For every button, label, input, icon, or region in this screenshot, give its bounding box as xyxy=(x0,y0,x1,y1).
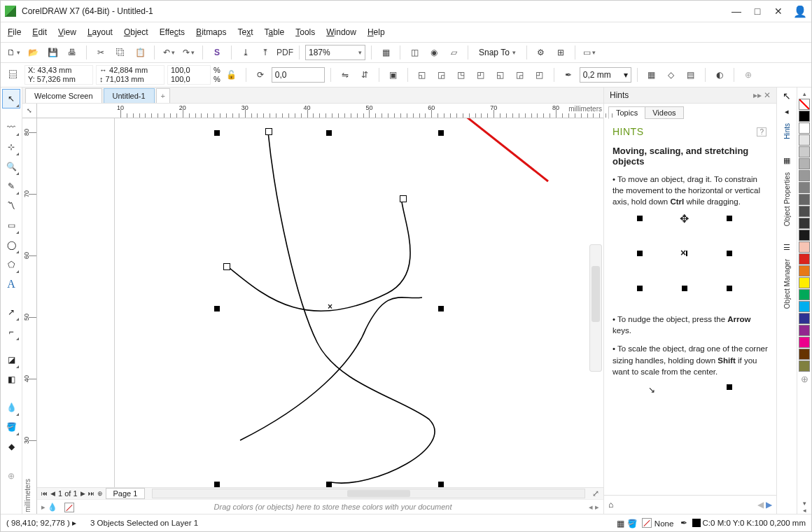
minimize-button[interactable]: — xyxy=(726,4,747,19)
color-eyedropper-tool[interactable]: 💧 xyxy=(3,398,20,416)
selection-handle-s[interactable] xyxy=(326,482,332,487)
docker-close-icon[interactable]: ✕ xyxy=(764,90,771,100)
palette-swatch[interactable] xyxy=(799,301,810,312)
rotation-input[interactable]: 0,0 xyxy=(272,67,325,83)
close-button[interactable]: ✕ xyxy=(768,4,789,19)
add-page-button[interactable]: ⊕ xyxy=(97,490,103,497)
object-size[interactable]: ↔ 42,884 mm ↕ 71,013 mm xyxy=(96,65,164,85)
palette-add-icon[interactable]: ⊕ xyxy=(801,374,808,384)
palette-swatch[interactable] xyxy=(799,146,810,158)
menu-view[interactable]: View xyxy=(58,27,76,37)
hints-home-icon[interactable]: ⌂ xyxy=(608,500,613,510)
front-minus-back-icon[interactable]: ◱ xyxy=(492,67,509,83)
interactive-fill-tool[interactable]: 🪣 xyxy=(3,418,20,436)
last-page-button[interactable]: ⏭ xyxy=(88,490,94,497)
intersect-icon[interactable]: ◳ xyxy=(453,67,470,83)
palette-swatch[interactable] xyxy=(799,218,810,229)
boundary-icon[interactable]: ◰ xyxy=(531,67,548,83)
palette-scroll-down[interactable]: ▾ xyxy=(803,500,806,507)
zoom-tool[interactable]: 🔍 xyxy=(3,158,20,176)
document-palette[interactable]: ▸ 💧 Drag colors (or objects) here to sto… xyxy=(37,499,603,514)
palette-swatch[interactable] xyxy=(799,349,810,360)
fill-indicator[interactable]: ▦ 🪣 None xyxy=(617,518,673,528)
save-icon[interactable]: 💾 xyxy=(44,45,61,60)
edit-fill-icon[interactable]: ◐ xyxy=(711,67,728,83)
selection-handle-nw[interactable] xyxy=(214,130,220,136)
palette-swatch[interactable] xyxy=(799,241,810,253)
hints-help-icon[interactable]: ? xyxy=(757,127,766,136)
publish-pdf-icon[interactable]: PDF xyxy=(276,45,293,60)
palette-swatch[interactable] xyxy=(799,325,810,336)
fullscreen-preview-icon[interactable]: ▦ xyxy=(377,45,394,60)
crop-tool[interactable]: ⊹ xyxy=(3,138,20,156)
selection-handle-n[interactable] xyxy=(326,130,332,136)
to-front-icon[interactable]: ▣ xyxy=(385,67,402,83)
zoom-level-input[interactable]: 187%▾ xyxy=(305,45,365,60)
outline-indicator[interactable]: ✒ C:0 M:0 Y:0 K:100 0,200 mm xyxy=(680,518,806,528)
menu-effects[interactable]: Effects xyxy=(160,27,185,37)
shape-tool[interactable]: 〰 xyxy=(3,118,20,136)
text-tool[interactable]: A xyxy=(3,275,20,293)
menu-table[interactable]: Table xyxy=(265,27,285,37)
palette-swatch[interactable] xyxy=(799,111,810,122)
palette-swatch[interactable] xyxy=(799,170,810,181)
ruler-origin[interactable]: ⤡ xyxy=(22,104,37,118)
menu-help[interactable]: Help xyxy=(368,27,385,37)
trim-icon[interactable]: ◲ xyxy=(433,67,450,83)
tab-welcome[interactable]: Welcome Screen xyxy=(25,88,102,103)
weld-icon[interactable]: ◱ xyxy=(414,67,430,83)
object-origin-icon[interactable]: ⿳ xyxy=(5,67,22,83)
freehand-tool[interactable]: ✎ xyxy=(3,177,20,195)
open-icon[interactable]: 📂 xyxy=(24,45,41,60)
first-page-button[interactable]: ⏮ xyxy=(41,490,48,497)
menu-bitmaps[interactable]: Bitmaps xyxy=(196,27,226,37)
palette-swatch[interactable] xyxy=(799,289,810,300)
show-rulers-icon[interactable]: ◫ xyxy=(406,45,423,60)
pick-tool[interactable]: ↖ xyxy=(2,89,20,108)
pick-pointer-icon[interactable]: ↖ xyxy=(783,90,791,102)
hints-tab-topics[interactable]: Topics xyxy=(608,106,645,119)
maximize-button[interactable]: □ xyxy=(747,4,768,19)
palette-swatch[interactable] xyxy=(799,277,810,288)
redo-icon[interactable]: ↷▾ xyxy=(180,45,197,60)
curve-node[interactable] xyxy=(223,263,230,270)
palette-scroll-up[interactable]: ▴ xyxy=(803,90,806,97)
copy-icon[interactable]: ⿻ xyxy=(112,45,129,60)
menu-window[interactable]: Window xyxy=(326,27,356,37)
object-position[interactable]: X: 43,43 mm Y: 57,326 mm xyxy=(24,65,93,85)
show-guidelines-icon[interactable]: ▱ xyxy=(445,45,462,60)
palette-flyout[interactable]: ◂ xyxy=(803,507,806,514)
palette-swatch[interactable] xyxy=(799,253,810,265)
menu-file[interactable]: File xyxy=(8,27,21,37)
simplify-icon[interactable]: ◰ xyxy=(472,67,489,83)
quick-customize-tools-icon[interactable]: ⊕ xyxy=(3,467,20,485)
menu-layout[interactable]: Layout xyxy=(88,27,113,37)
horizontal-scrollbar[interactable] xyxy=(152,489,585,498)
mirror-vertical-icon[interactable]: ⇵ xyxy=(356,67,373,83)
selection-handle-e[interactable] xyxy=(438,306,444,312)
menu-tools[interactable]: Tools xyxy=(295,27,315,37)
connector-tool[interactable]: ⌐ xyxy=(3,323,20,341)
scale-factor[interactable]: 100,0 100,0 xyxy=(167,65,211,85)
quick-customize-icon[interactable]: ⊕ xyxy=(740,67,757,83)
welcome-screen-icon[interactable]: ▭▾ xyxy=(581,45,598,60)
search-content-icon[interactable]: S xyxy=(209,45,225,60)
back-minus-front-icon[interactable]: ◲ xyxy=(512,67,528,83)
palette-swatch[interactable] xyxy=(799,230,810,241)
selection-handle-se[interactable] xyxy=(438,482,444,487)
lock-ratio-icon[interactable]: 🔓 xyxy=(223,67,240,83)
parallel-dimension-tool[interactable]: ↗ xyxy=(3,303,20,321)
curve-node[interactable] xyxy=(400,195,407,202)
palette-swatch[interactable] xyxy=(799,158,810,169)
palette-swatch[interactable] xyxy=(799,360,810,372)
paste-icon[interactable]: 📋 xyxy=(132,45,148,60)
docker-tab-object-properties[interactable]: Object Properties xyxy=(783,171,791,227)
palette-swatch[interactable] xyxy=(799,122,810,134)
palette-swatch[interactable] xyxy=(799,206,810,217)
tab-document[interactable]: Untitled-1 xyxy=(104,88,155,103)
palette-no-fill[interactable] xyxy=(799,99,810,110)
selection-center[interactable]: × xyxy=(328,302,332,312)
hints-back-icon[interactable]: ◀ xyxy=(757,500,764,510)
outline-width-input[interactable]: 0,2 mm▾ xyxy=(580,67,631,83)
docker-collapse-icon[interactable]: ▸▸ xyxy=(753,90,762,100)
